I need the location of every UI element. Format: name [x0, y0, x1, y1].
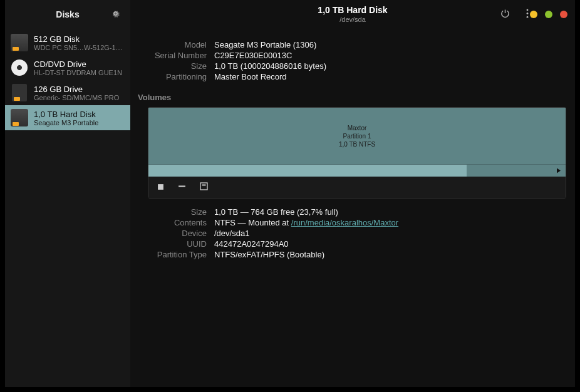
- sidebar: 512 GB Disk WDC PC SN5…W-512G-1014 CD/DV…: [5, 29, 130, 387]
- play-icon: [556, 166, 562, 175]
- disk-model: WDC PC SN5…W-512G-1014: [34, 44, 125, 51]
- partition-options-button[interactable]: [200, 182, 208, 192]
- drive-info: Model Seagate M3 Portable (1306) Serial …: [138, 40, 567, 81]
- gear-icon: [111, 11, 120, 20]
- window-minimize-button[interactable]: [530, 11, 537, 18]
- label-device: Device: [138, 229, 207, 238]
- main-content: Model Seagate M3 Portable (1306) Serial …: [130, 29, 575, 387]
- stop-icon: [157, 183, 164, 192]
- disk-name: 512 GB Disk: [34, 34, 125, 44]
- volumes-panel: Maxtor Partition 1 1,0 TB NTFS: [148, 107, 566, 199]
- hdd-icon: [10, 33, 29, 52]
- value-serial: C29E7E030E00013C: [214, 51, 567, 60]
- contents-text: NTFS — Mounted at: [214, 218, 291, 227]
- disk-name: 1,0 TB Hard Disk: [34, 110, 125, 119]
- app-menu-button[interactable]: [108, 6, 123, 23]
- value-partitioning: Master Boot Record: [214, 72, 567, 81]
- label-serial: Serial Number: [138, 51, 207, 60]
- sd-card-icon: [10, 83, 29, 102]
- unmount-button[interactable]: [157, 183, 164, 192]
- sidebar-title: Disks: [56, 9, 79, 19]
- cd-icon: [10, 58, 29, 77]
- delete-partition-button[interactable]: [178, 182, 186, 192]
- value-contents: NTFS — Mounted at /run/media/oskaralhos/…: [214, 218, 567, 227]
- page-subtitle: /dev/sda: [339, 16, 366, 24]
- label-ptype: Partition Type: [138, 250, 207, 259]
- disk-model: Seagate M3 Portable: [34, 119, 125, 126]
- value-vol-size: 1,0 TB — 764 GB free (23,7% full): [214, 207, 567, 217]
- value-uuid: 442472A0247294A0: [214, 239, 567, 249]
- window-close-button[interactable]: [560, 11, 567, 18]
- volume-details: Size 1,0 TB — 764 GB free (23,7% full) C…: [138, 207, 567, 259]
- svg-rect-3: [158, 184, 163, 190]
- disk-model: Generic- SD/MMC/MS PRO: [34, 94, 125, 101]
- label-model: Model: [138, 40, 207, 49]
- label-vol-size: Size: [138, 207, 207, 217]
- label-partitioning: Partitioning: [138, 72, 207, 81]
- svg-point-0: [527, 9, 529, 11]
- partition-label: Maxtor: [348, 124, 367, 132]
- label-uuid: UUID: [138, 239, 207, 249]
- mount-button[interactable]: [556, 166, 562, 175]
- svg-rect-5: [200, 183, 207, 190]
- sidebar-item-512gb-disk[interactable]: 512 GB Disk WDC PC SN5…W-512G-1014: [5, 30, 130, 55]
- usage-bar: [148, 164, 566, 177]
- settings-square-icon: [200, 182, 208, 192]
- disk-name: 126 GB Drive: [34, 85, 125, 94]
- svg-rect-4: [179, 185, 185, 187]
- value-size: 1,0 TB (1000204886016 bytes): [214, 61, 567, 71]
- sidebar-item-1tb-hard-disk[interactable]: 1,0 TB Hard Disk Seagate M3 Portable: [5, 105, 130, 130]
- label-size: Size: [138, 61, 207, 71]
- svg-point-1: [527, 13, 529, 14]
- sidebar-item-126gb-drive[interactable]: 126 GB Drive Generic- SD/MMC/MS PRO: [5, 80, 130, 105]
- power-icon: [500, 9, 510, 20]
- kebab-icon: [526, 9, 529, 20]
- disk-model: HL-DT-ST DVDRAM GUE1N: [34, 69, 125, 76]
- mount-point-link[interactable]: /run/media/oskaralhos/Maxtor: [291, 218, 398, 227]
- partition-size: 1,0 TB NTFS: [339, 140, 375, 148]
- page-title: 1,0 TB Hard Disk: [318, 5, 387, 16]
- disk-name: CD/DVD Drive: [34, 59, 125, 69]
- sidebar-item-cd-dvd-drive[interactable]: CD/DVD Drive HL-DT-ST DVDRAM GUE1N: [5, 55, 130, 80]
- label-contents: Contents: [138, 218, 207, 227]
- svg-point-2: [527, 16, 529, 18]
- value-ptype: NTFS/exFAT/HPFS (Bootable): [214, 250, 567, 259]
- hdd-icon: [10, 108, 29, 127]
- volumes-heading: Volumes: [138, 93, 567, 102]
- svg-rect-6: [202, 185, 206, 186]
- minus-icon: [178, 182, 186, 192]
- window-maximize-button[interactable]: [545, 11, 552, 18]
- titlebar: Disks 1,0 TB Hard Disk /dev/sda: [5, 0, 575, 29]
- value-model: Seagate M3 Portable (1306): [214, 40, 567, 49]
- power-button[interactable]: [498, 6, 512, 23]
- partition-number: Partition 1: [343, 132, 371, 140]
- value-device: /dev/sda1: [214, 229, 567, 238]
- volume-toolbar: [148, 177, 566, 198]
- usage-fill: [148, 165, 467, 177]
- partition-maxtor[interactable]: Maxtor Partition 1 1,0 TB NTFS: [148, 108, 566, 164]
